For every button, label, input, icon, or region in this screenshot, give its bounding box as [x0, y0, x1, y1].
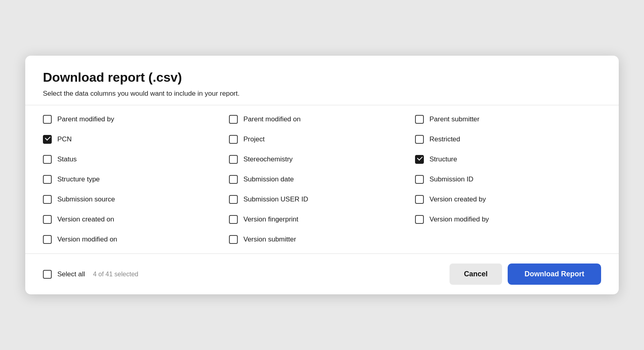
select-all-label[interactable]: Select all [57, 270, 85, 278]
checkbox-item[interactable]: Submission date [229, 169, 415, 189]
checkbox-label-version_submitter: Version submitter [243, 235, 296, 243]
checkbox-item[interactable]: Parent modified by [43, 109, 229, 129]
footer-left: Select all 4 of 41 selected [43, 270, 440, 279]
checkbox-label-version_created_by: Version created by [429, 195, 486, 203]
checkbox-status[interactable] [43, 155, 52, 164]
checkbox-label-project: Project [243, 135, 265, 143]
modal-title: Download report (.csv) [43, 70, 601, 85]
checkbox-version_created_by[interactable] [415, 195, 424, 204]
checkbox-label-parent_submitter: Parent submitter [429, 115, 480, 123]
checkbox-grid: Parent modified byParent modified onPare… [43, 105, 601, 253]
checkbox-label-restricted: Restricted [429, 135, 460, 143]
checkbox-submission_source[interactable] [43, 195, 52, 204]
checkbox-item[interactable]: Project [229, 129, 415, 149]
download-report-modal: Download report (.csv) Select the data c… [25, 56, 619, 294]
checkbox-label-parent_modified_by: Parent modified by [57, 115, 114, 123]
modal-header: Download report (.csv) Select the data c… [25, 56, 619, 105]
checkbox-item[interactable]: Status [43, 149, 229, 169]
checkbox-label-structure: Structure [429, 155, 457, 163]
checkbox-item[interactable]: Submission USER ID [229, 189, 415, 209]
checkbox-item[interactable]: Parent submitter [415, 109, 601, 129]
checkbox-item[interactable]: Structure [415, 149, 601, 169]
checkbox-label-structure_type: Structure type [57, 175, 100, 183]
cancel-button[interactable]: Cancel [450, 264, 502, 285]
checkbox-version_created_on[interactable] [43, 215, 52, 224]
checkbox-item[interactable]: Version created on [43, 209, 229, 229]
checkbox-item[interactable]: Submission ID [415, 169, 601, 189]
checkbox-label-stereochemistry: Stereochemistry [243, 155, 293, 163]
checkbox-label-version_modified_by: Version modified by [429, 215, 489, 223]
checkbox-project[interactable] [229, 135, 238, 144]
checkbox-structure_type[interactable] [43, 175, 52, 184]
checkbox-submission_id[interactable] [415, 175, 424, 184]
checkbox-label-version_modified_on: Version modified on [57, 235, 117, 243]
checkbox-label-status: Status [57, 155, 77, 163]
checkbox-version_modified_on[interactable] [43, 235, 52, 244]
checkbox-version_submitter[interactable] [229, 235, 238, 244]
checkbox-label-submission_id: Submission ID [429, 175, 474, 183]
checkbox-item[interactable]: Stereochemistry [229, 149, 415, 169]
checkbox-item[interactable]: Submission source [43, 189, 229, 209]
download-report-button[interactable]: Download Report [508, 264, 601, 285]
checkbox-item[interactable]: Structure type [43, 169, 229, 189]
checkbox-item[interactable]: Version created by [415, 189, 601, 209]
checkbox-label-version_created_on: Version created on [57, 215, 114, 223]
checkbox-version_fingerprint[interactable] [229, 215, 238, 224]
checkbox-item[interactable]: PCN [43, 129, 229, 149]
checkbox-version_modified_by[interactable] [415, 215, 424, 224]
modal-body: Parent modified byParent modified onPare… [25, 105, 619, 253]
checkbox-label-submission_date: Submission date [243, 175, 294, 183]
checkbox-parent_modified_by[interactable] [43, 115, 52, 124]
checkbox-label-parent_modified_on: Parent modified on [243, 115, 301, 123]
checkbox-item[interactable]: Restricted [415, 129, 601, 149]
checkbox-submission_user_id[interactable] [229, 195, 238, 204]
checkbox-label-version_fingerprint: Version fingerprint [243, 215, 298, 223]
checkbox-label-pcn: PCN [57, 135, 72, 143]
select-all-checkbox[interactable] [43, 270, 52, 279]
checkbox-restricted[interactable] [415, 135, 424, 144]
checkbox-label-submission_source: Submission source [57, 195, 115, 203]
checkbox-submission_date[interactable] [229, 175, 238, 184]
checkbox-parent_submitter[interactable] [415, 115, 424, 124]
checkbox-item[interactable]: Version submitter [229, 229, 415, 249]
checkbox-stereochemistry[interactable] [229, 155, 238, 164]
checkbox-item[interactable]: Version modified by [415, 209, 601, 229]
checkbox-item[interactable]: Version modified on [43, 229, 229, 249]
modal-subtitle: Select the data columns you would want t… [43, 90, 601, 98]
checkbox-pcn[interactable] [43, 135, 52, 144]
checkbox-structure[interactable] [415, 155, 424, 164]
checkbox-label-submission_user_id: Submission USER ID [243, 195, 308, 203]
selection-count: 4 of 41 selected [93, 271, 138, 278]
checkbox-item[interactable]: Version fingerprint [229, 209, 415, 229]
modal-footer: Select all 4 of 41 selected Cancel Downl… [25, 253, 619, 294]
checkbox-item[interactable]: Parent modified on [229, 109, 415, 129]
checkbox-parent_modified_on[interactable] [229, 115, 238, 124]
footer-buttons: Cancel Download Report [450, 264, 601, 285]
